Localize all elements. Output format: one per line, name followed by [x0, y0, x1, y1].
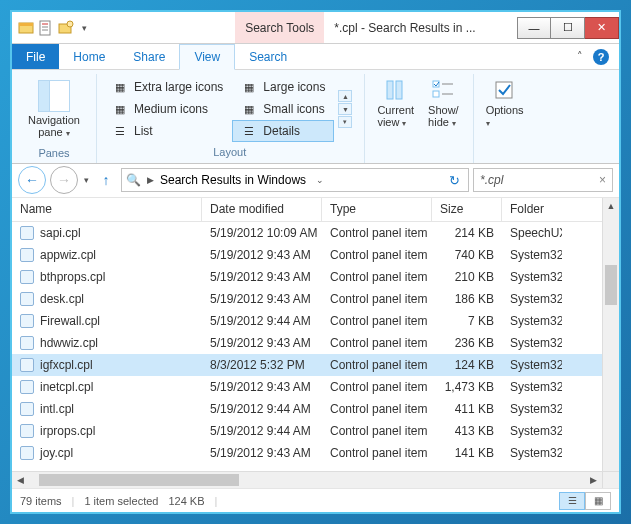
group-label-panes: Panes — [38, 143, 69, 161]
address-bar[interactable]: 🔍 ▶ Search Results in Windows ⌄ ↻ — [121, 168, 469, 192]
table-row[interactable]: desk.cpl5/19/2012 9:43 AMControl panel i… — [12, 288, 619, 310]
minimize-button[interactable]: — — [517, 17, 551, 39]
file-folder: System32 — [502, 314, 562, 328]
file-type: Control panel item — [322, 226, 432, 240]
new-folder-icon[interactable] — [58, 20, 74, 36]
file-date: 8/3/2012 5:32 PM — [202, 358, 322, 372]
layout-extra-large-icons[interactable]: ▦Extra large icons — [103, 76, 232, 98]
file-folder: System32 — [502, 446, 562, 460]
header-type[interactable]: Type — [322, 198, 432, 221]
table-row[interactable]: irprops.cpl5/19/2012 9:44 AMControl pane… — [12, 420, 619, 442]
explorer-app-icon — [18, 20, 34, 36]
search-box[interactable]: × — [473, 168, 613, 192]
cpl-file-icon — [20, 402, 34, 416]
layout-details[interactable]: ☰Details — [232, 120, 334, 142]
cpl-file-icon — [20, 446, 34, 460]
address-dropdown-icon[interactable]: ⌄ — [312, 175, 328, 185]
file-list-panel: Name Date modified Type Size Folder sapi… — [12, 198, 619, 488]
nav-up-button[interactable]: ↑ — [95, 169, 117, 191]
grid-icon: ▦ — [241, 79, 257, 95]
layout-medium-icons[interactable]: ▦Medium icons — [103, 98, 232, 120]
header-size[interactable]: Size — [432, 198, 502, 221]
address-bar-row: ← → ▾ ↑ 🔍 ▶ Search Results in Windows ⌄ … — [12, 164, 619, 198]
table-row[interactable]: Firewall.cpl5/19/2012 9:44 AMControl pan… — [12, 310, 619, 332]
table-row[interactable]: bthprops.cpl5/19/2012 9:43 AMControl pan… — [12, 266, 619, 288]
header-date[interactable]: Date modified — [202, 198, 322, 221]
file-name: bthprops.cpl — [40, 270, 105, 284]
file-name: appwiz.cpl — [40, 248, 96, 262]
ribbon-group-options: Options▾ — [478, 74, 538, 163]
breadcrumb[interactable]: Search Results in Windows — [160, 173, 306, 187]
status-selection-size: 124 KB — [168, 495, 204, 507]
tab-home[interactable]: Home — [59, 44, 119, 69]
file-date: 5/19/2012 9:43 AM — [202, 446, 322, 460]
file-date: 5/19/2012 9:43 AM — [202, 248, 322, 262]
maximize-button[interactable]: ☐ — [551, 17, 585, 39]
layout-scroll-up[interactable]: ▲ — [338, 90, 352, 102]
file-type: Control panel item — [322, 292, 432, 306]
file-date: 5/19/2012 9:43 AM — [202, 336, 322, 350]
nav-history-icon[interactable]: ▾ — [82, 175, 91, 185]
chevron-right-icon[interactable]: ▶ — [147, 175, 154, 185]
table-row[interactable]: intl.cpl5/19/2012 9:44 AMControl panel i… — [12, 398, 619, 420]
layout-small-icons[interactable]: ▦Small icons — [232, 98, 334, 120]
table-row[interactable]: joy.cpl5/19/2012 9:43 AMControl panel it… — [12, 442, 619, 464]
ribbon: Navigation pane ▾ Panes ▦Extra large ico… — [12, 70, 619, 164]
layout-list[interactable]: ☰List — [103, 120, 232, 142]
table-row[interactable]: sapi.cpl5/19/2012 10:09 AMControl panel … — [12, 222, 619, 244]
collapse-ribbon-icon[interactable]: ˄ — [577, 50, 583, 63]
options-button[interactable]: Options▾ — [480, 76, 530, 130]
file-folder: SpeechUX — [502, 226, 562, 240]
layout-scroll-down[interactable]: ▼ — [338, 103, 352, 115]
status-bar: 79 items | 1 item selected 124 KB | ☰ ▦ — [12, 488, 619, 512]
view-details-button[interactable]: ☰ — [559, 492, 585, 510]
table-row[interactable]: appwiz.cpl5/19/2012 9:43 AMControl panel… — [12, 244, 619, 266]
layout-large-icons[interactable]: ▦Large icons — [232, 76, 334, 98]
scroll-right-icon[interactable]: ▶ — [585, 472, 602, 488]
layout-gallery-expand[interactable]: ▾ — [338, 116, 352, 128]
chevron-down-icon: ▾ — [66, 129, 70, 138]
file-name: inetcpl.cpl — [40, 380, 93, 394]
column-headers: Name Date modified Type Size Folder — [12, 198, 619, 222]
file-type: Control panel item — [322, 358, 432, 372]
nav-back-button[interactable]: ← — [18, 166, 46, 194]
properties-icon[interactable] — [38, 20, 54, 36]
file-date: 5/19/2012 9:43 AM — [202, 270, 322, 284]
file-size: 413 KB — [432, 424, 502, 438]
refresh-icon[interactable]: ↻ — [445, 173, 464, 188]
view-icons-button[interactable]: ▦ — [585, 492, 611, 510]
help-icon[interactable]: ? — [593, 49, 609, 65]
current-view-button[interactable]: Current view ▾ — [371, 76, 420, 131]
contextual-tab-search-tools[interactable]: Search Tools — [235, 12, 324, 43]
status-item-count: 79 items — [20, 495, 62, 507]
close-button[interactable]: ✕ — [585, 17, 619, 39]
vertical-scrollbar[interactable]: ▲ ▼ — [602, 198, 619, 488]
search-input[interactable] — [480, 173, 580, 187]
clear-search-icon[interactable]: × — [599, 173, 606, 187]
file-menu[interactable]: File — [12, 44, 59, 69]
header-folder[interactable]: Folder — [502, 198, 562, 221]
svg-rect-14 — [496, 82, 512, 98]
table-row[interactable]: inetcpl.cpl5/19/2012 9:43 AMControl pane… — [12, 376, 619, 398]
table-row[interactable]: igfxcpl.cpl8/3/2012 5:32 PMControl panel… — [12, 354, 619, 376]
vscroll-thumb[interactable] — [605, 265, 617, 305]
horizontal-scrollbar[interactable]: ◀ ▶ — [12, 471, 602, 488]
scroll-left-icon[interactable]: ◀ — [12, 472, 29, 488]
cpl-file-icon — [20, 424, 34, 438]
details-icon: ☰ — [241, 123, 257, 139]
navigation-pane-button[interactable]: Navigation pane ▾ — [20, 76, 88, 143]
file-name: hdwwiz.cpl — [40, 336, 98, 350]
scroll-up-icon[interactable]: ▲ — [603, 198, 619, 215]
options-checkbox-icon — [493, 78, 517, 102]
qat-customize-icon[interactable]: ▾ — [78, 23, 91, 33]
tab-search[interactable]: Search — [235, 44, 301, 69]
file-size: 7 KB — [432, 314, 502, 328]
tab-view[interactable]: View — [179, 44, 235, 70]
table-row[interactable]: hdwwiz.cpl5/19/2012 9:43 AMControl panel… — [12, 332, 619, 354]
file-size: 214 KB — [432, 226, 502, 240]
hscroll-thumb[interactable] — [39, 474, 239, 486]
header-name[interactable]: Name — [12, 198, 202, 221]
show-hide-button[interactable]: Show/ hide ▾ — [422, 76, 465, 131]
tab-share[interactable]: Share — [119, 44, 179, 69]
nav-forward-button[interactable]: → — [50, 166, 78, 194]
